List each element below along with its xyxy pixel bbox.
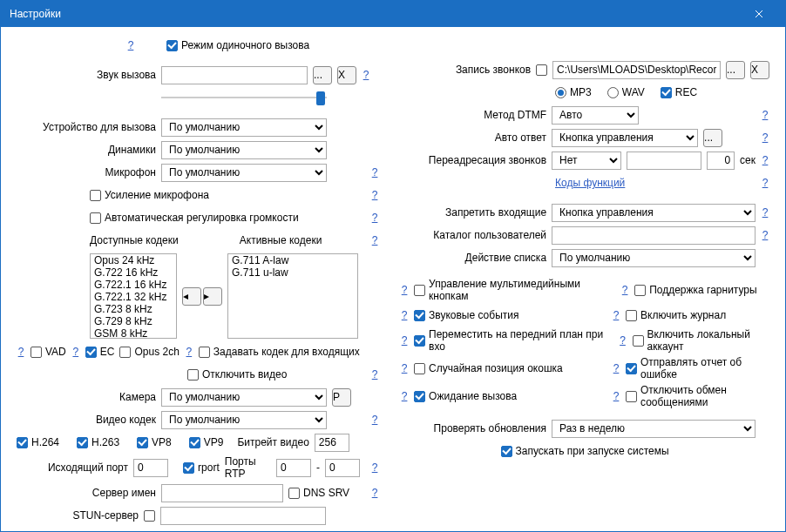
- active-codecs-list[interactable]: G.711 A-law G.711 u-law: [227, 253, 358, 339]
- enable-log-checkbox[interactable]: Включить журнал: [626, 309, 769, 321]
- stun-input[interactable]: [160, 507, 326, 525]
- help-icon[interactable]: ?: [761, 131, 769, 144]
- h263-checkbox[interactable]: H.263: [77, 436, 119, 448]
- list-item[interactable]: G.723 8 kHz: [91, 303, 176, 315]
- move-right-button[interactable]: ▸: [203, 287, 222, 306]
- help-icon[interactable]: ?: [620, 284, 629, 296]
- autoanswer-more-button[interactable]: ...: [703, 129, 722, 147]
- single-call-mode-checkbox[interactable]: Режим одиночного вызова: [166, 39, 309, 51]
- disable-video-checkbox[interactable]: Отключить видео: [187, 368, 287, 380]
- rec-clear-button[interactable]: X: [750, 61, 769, 79]
- vp8-checkbox[interactable]: VP8: [137, 436, 172, 448]
- list-action-select[interactable]: По умолчанию: [552, 249, 756, 267]
- speaker-select[interactable]: По умолчанию: [161, 141, 327, 159]
- ring-sound-input[interactable]: [161, 66, 308, 84]
- ring-volume-slider[interactable]: [161, 89, 327, 106]
- mic-boost-checkbox[interactable]: Усиление микрофона: [90, 189, 209, 201]
- help-icon[interactable]: ?: [370, 414, 379, 426]
- rtp-to-input[interactable]: [325, 459, 360, 477]
- help-icon[interactable]: ?: [400, 284, 409, 296]
- vad-checkbox[interactable]: VAD: [30, 346, 66, 358]
- call-device-select[interactable]: По умолчанию: [161, 118, 327, 137]
- help-icon[interactable]: ?: [370, 368, 379, 380]
- help-icon[interactable]: ?: [370, 166, 379, 178]
- help-icon[interactable]: ?: [761, 177, 769, 189]
- headset-checkbox[interactable]: Поддержка гарнитуры: [634, 284, 769, 296]
- video-codec-select[interactable]: По умолчанию: [161, 411, 327, 429]
- help-icon[interactable]: ?: [400, 390, 409, 402]
- sound-events-checkbox[interactable]: Звуковые события: [414, 309, 518, 321]
- bitrate-input[interactable]: [315, 434, 349, 452]
- block-incoming-select[interactable]: Кнопка управления: [552, 204, 756, 222]
- help-icon[interactable]: ?: [370, 189, 379, 201]
- autostart-checkbox[interactable]: Запускать при запуске системы: [501, 445, 669, 457]
- help-icon[interactable]: ?: [761, 154, 769, 166]
- move-left-button[interactable]: ◂: [182, 287, 201, 306]
- user-dir-input[interactable]: [552, 226, 756, 245]
- list-item[interactable]: G.722.1 16 kHz: [91, 279, 176, 291]
- help-icon[interactable]: ?: [619, 334, 627, 347]
- camera-select[interactable]: По умолчанию: [161, 388, 327, 407]
- rec-browse-button[interactable]: ...: [726, 61, 745, 79]
- help-icon[interactable]: ?: [17, 346, 25, 358]
- check-updates-select[interactable]: Раз в неделю: [552, 420, 756, 438]
- feature-codes-link[interactable]: Коды функций: [555, 177, 625, 189]
- help-icon[interactable]: ?: [370, 461, 379, 474]
- local-account-checkbox[interactable]: Включить локальный аккаунт: [633, 328, 769, 353]
- help-icon[interactable]: ?: [612, 390, 620, 402]
- list-item[interactable]: G.711 u-law: [228, 266, 357, 279]
- help-icon[interactable]: ?: [370, 212, 379, 224]
- help-icon[interactable]: ?: [612, 309, 620, 321]
- fwd-select[interactable]: Нет: [552, 152, 621, 170]
- format-mp3-radio[interactable]: MP3: [555, 86, 592, 98]
- opus2ch-checkbox[interactable]: Opus 2ch: [119, 346, 179, 358]
- media-keys-checkbox[interactable]: Управление мультимедийными кнопкам: [414, 278, 610, 302]
- ring-sound-browse-button[interactable]: ...: [313, 66, 332, 84]
- autoanswer-select[interactable]: Кнопка управления: [552, 129, 698, 147]
- help-icon[interactable]: ?: [761, 229, 769, 241]
- list-item[interactable]: G.722 16 kHz: [91, 266, 176, 279]
- list-item[interactable]: G.711 A-law: [228, 254, 357, 266]
- help-icon[interactable]: ?: [370, 234, 379, 246]
- rtp-from-input[interactable]: [276, 459, 311, 477]
- fwd-target-input[interactable]: [627, 152, 701, 170]
- format-rec-checkbox[interactable]: REC: [661, 86, 697, 98]
- agc-checkbox[interactable]: Автоматическая регулировка громкости: [90, 212, 299, 224]
- help-icon[interactable]: ?: [400, 334, 409, 347]
- dns-srv-checkbox[interactable]: DNS SRV: [288, 487, 349, 499]
- format-wav-radio[interactable]: WAV: [607, 86, 645, 98]
- help-icon[interactable]: ?: [185, 346, 193, 358]
- outgoing-port-input[interactable]: [133, 459, 168, 477]
- force-codec-checkbox[interactable]: Задавать кодек для входящих: [199, 346, 360, 358]
- h264-checkbox[interactable]: H.264: [17, 436, 59, 448]
- help-icon[interactable]: ?: [370, 487, 379, 499]
- help-icon[interactable]: ?: [126, 39, 135, 51]
- bring-front-checkbox[interactable]: Переместить на передний план при вхо: [414, 328, 613, 353]
- random-pos-checkbox[interactable]: Случайная позиция окошка: [414, 362, 563, 374]
- ec-checkbox[interactable]: EC: [85, 346, 115, 358]
- camera-preview-button[interactable]: P: [332, 388, 351, 407]
- rec-enable-checkbox[interactable]: [536, 64, 547, 76]
- call-waiting-checkbox[interactable]: Ожидание вызова: [414, 390, 517, 402]
- help-icon[interactable]: ?: [71, 346, 80, 358]
- help-icon[interactable]: ?: [400, 362, 409, 374]
- stun-enable-checkbox[interactable]: [144, 510, 155, 522]
- list-item[interactable]: GSM 8 kHz: [91, 327, 176, 339]
- list-item[interactable]: Opus 24 kHz: [91, 254, 176, 266]
- mic-select[interactable]: По умолчанию: [161, 164, 327, 182]
- close-button[interactable]: [742, 1, 776, 27]
- dtmf-select[interactable]: Авто: [552, 106, 639, 125]
- fwd-sec-input[interactable]: [707, 152, 735, 170]
- crash-report-checkbox[interactable]: Отправлять отчет об ошибке: [626, 356, 769, 380]
- disable-msg-checkbox[interactable]: Отключить обмен сообщениями: [626, 384, 769, 408]
- available-codecs-list[interactable]: Opus 24 kHz G.722 16 kHz G.722.1 16 kHz …: [90, 253, 177, 339]
- help-icon[interactable]: ?: [400, 309, 409, 321]
- help-icon[interactable]: ?: [362, 69, 370, 81]
- vp9-checkbox[interactable]: VP9: [189, 436, 224, 448]
- rec-path-input[interactable]: [552, 61, 721, 79]
- nameserver-input[interactable]: [161, 484, 283, 502]
- rport-checkbox[interactable]: rport: [183, 461, 220, 474]
- list-item[interactable]: G.722.1 32 kHz: [91, 291, 176, 303]
- help-icon[interactable]: ?: [612, 362, 620, 374]
- list-item[interactable]: G.729 8 kHz: [91, 315, 176, 327]
